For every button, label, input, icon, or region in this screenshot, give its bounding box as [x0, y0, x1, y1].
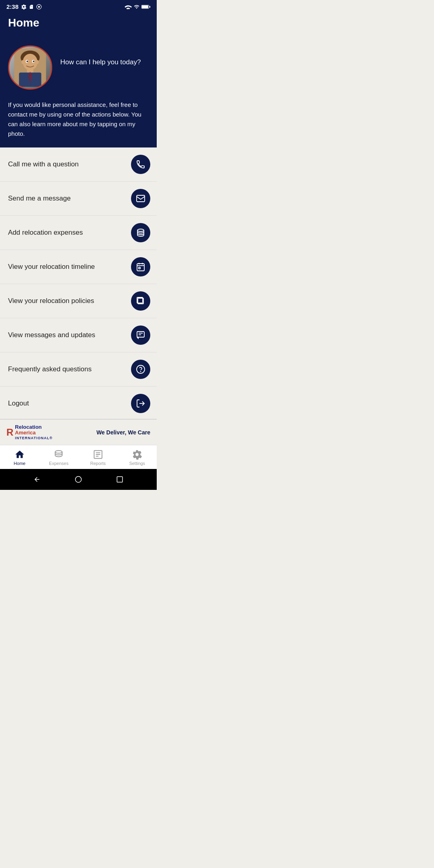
- nav-settings-label: Settings: [129, 461, 145, 466]
- logout-icon: [136, 399, 145, 408]
- svg-point-38: [75, 477, 81, 483]
- avatar[interactable]: [8, 45, 52, 90]
- nav-reports-label: Reports: [90, 461, 106, 466]
- brand-logo-text: Relocation America INTERNATIONAL®: [15, 424, 52, 440]
- status-time: 2:38: [6, 3, 18, 10]
- footer-brand: R Relocation America INTERNATIONAL® We D…: [0, 419, 157, 445]
- gear-status-icon: [21, 4, 27, 10]
- brand-logo-r: R: [6, 427, 13, 438]
- bottom-nav: Home Expenses Reports Settings: [0, 445, 157, 469]
- message-icon-btn[interactable]: [131, 189, 150, 208]
- action-message[interactable]: Send me a message: [0, 182, 157, 216]
- recents-button[interactable]: [115, 475, 125, 484]
- action-expenses-label: Add relocation expenses: [8, 229, 83, 237]
- action-message-label: Send me a message: [8, 194, 71, 203]
- updates-icon-btn[interactable]: [131, 326, 150, 345]
- brand-logo: R Relocation America INTERNATIONAL®: [6, 424, 53, 440]
- svg-point-16: [22, 60, 24, 64]
- documents-icon: [136, 296, 145, 306]
- svg-point-17: [36, 60, 39, 64]
- action-updates-label: View messages and updates: [8, 331, 95, 339]
- header: Home: [0, 12, 157, 45]
- back-icon: [33, 476, 41, 483]
- action-policies-label: View your relocation policies: [8, 297, 94, 305]
- action-logout[interactable]: Logout: [0, 387, 157, 419]
- svg-point-31: [141, 371, 141, 372]
- policies-icon-btn[interactable]: [131, 291, 150, 311]
- action-call[interactable]: Call me with a question: [0, 147, 157, 182]
- recents-icon: [116, 476, 123, 483]
- sd-card-icon: [29, 4, 34, 10]
- home-button[interactable]: [74, 475, 83, 484]
- status-bar: 2:38: [0, 0, 157, 12]
- nav-home-label: Home: [14, 461, 25, 466]
- logout-icon-btn[interactable]: [131, 394, 150, 413]
- brand-tagline: We Deliver, We Care: [96, 429, 150, 436]
- notification-icon: [36, 4, 42, 10]
- back-button[interactable]: [32, 475, 42, 484]
- greeting-text: How can I help you today?: [60, 45, 149, 67]
- action-updates[interactable]: View messages and updates: [0, 318, 157, 352]
- envelope-icon: [136, 194, 145, 203]
- svg-rect-27: [137, 332, 144, 337]
- svg-rect-5: [149, 6, 150, 7]
- wifi-icon: [125, 4, 132, 10]
- chat-icon: [136, 330, 145, 340]
- svg-rect-18: [137, 195, 145, 202]
- calendar-icon: [136, 262, 145, 272]
- svg-point-15: [33, 60, 35, 62]
- nav-home[interactable]: Home: [0, 445, 39, 469]
- question-icon: [136, 364, 145, 374]
- signal-icon: [134, 4, 139, 10]
- action-timeline[interactable]: View your relocation timeline: [0, 250, 157, 284]
- battery-icon: [141, 4, 150, 9]
- expenses-nav-icon: [53, 449, 64, 460]
- home-nav-icon: [14, 449, 25, 460]
- svg-rect-20: [137, 264, 144, 271]
- action-faq-label: Frequently asked questions: [8, 365, 92, 373]
- svg-rect-4: [142, 5, 148, 8]
- status-bar-left: 2:38: [6, 3, 42, 10]
- action-expenses[interactable]: Add relocation expenses: [0, 216, 157, 250]
- svg-point-1: [38, 6, 40, 8]
- call-icon-btn[interactable]: [131, 155, 150, 174]
- action-policies[interactable]: View your relocation policies: [0, 284, 157, 318]
- faq-icon-btn[interactable]: [131, 360, 150, 379]
- avatar-image: [14, 49, 46, 87]
- nav-settings[interactable]: Settings: [118, 445, 157, 469]
- android-nav-bar: [0, 469, 157, 490]
- svg-point-19: [137, 229, 144, 231]
- svg-rect-24: [139, 267, 140, 269]
- action-list: Call me with a question Send me a messag…: [0, 147, 157, 419]
- phone-icon: [136, 160, 145, 169]
- action-logout-label: Logout: [8, 399, 29, 407]
- action-timeline-label: View your relocation timeline: [8, 263, 95, 271]
- nav-expenses-label: Expenses: [49, 461, 68, 466]
- svg-point-14: [27, 60, 28, 62]
- action-call-label: Call me with a question: [8, 160, 79, 168]
- reports-nav-icon: [93, 449, 103, 460]
- nav-expenses[interactable]: Expenses: [39, 445, 79, 469]
- svg-point-8: [23, 53, 37, 70]
- profile-section: How can I help you today?: [0, 45, 157, 94]
- svg-rect-39: [117, 477, 123, 483]
- home-circle-icon: [75, 476, 82, 483]
- status-bar-right: [125, 4, 150, 10]
- action-faq[interactable]: Frequently asked questions: [0, 352, 157, 387]
- page-title: Home: [8, 16, 149, 29]
- coins-icon: [136, 228, 145, 237]
- timeline-icon-btn[interactable]: [131, 257, 150, 276]
- svg-point-30: [137, 365, 145, 373]
- expenses-icon-btn[interactable]: [131, 223, 150, 242]
- nav-reports[interactable]: Reports: [78, 445, 118, 469]
- profile-body-text: If you would like personal assistance, f…: [0, 94, 157, 147]
- settings-nav-icon: [132, 449, 142, 460]
- svg-point-33: [55, 451, 62, 454]
